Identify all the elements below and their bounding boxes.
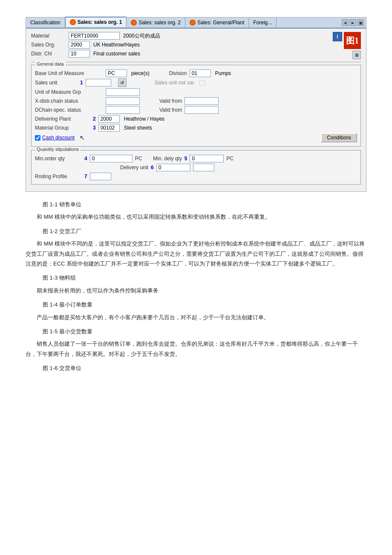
small-action-icon[interactable]: ⊞ xyxy=(352,51,361,59)
x-distr-label: X-distr.chain status xyxy=(35,98,103,104)
tab-sales-general-plant-label: Sales: General/Plant xyxy=(197,20,244,26)
quantity-stipulations-section: Quantity stipulations Min.order qty 4 0 … xyxy=(31,150,361,185)
material-label: Material xyxy=(31,33,65,39)
delivery-unit-unit-input[interactable] xyxy=(193,164,214,171)
min-dely-qty-input[interactable]: 0 xyxy=(190,155,224,162)
material-desc: 2000公司的成品 xyxy=(123,32,160,40)
material-group-input[interactable]: 00102 xyxy=(98,124,120,132)
delivering-plant-num: 2 xyxy=(93,116,96,122)
sales-unit-not-var-label: Sales unit not var. xyxy=(155,80,195,86)
figure-1-icon: 图1 xyxy=(344,32,361,49)
general-data-title: General data xyxy=(35,61,66,66)
division-input[interactable]: 01 xyxy=(190,69,211,77)
sales-org-desc: UK Heathrow/Hayes xyxy=(93,42,140,48)
sales-unit-input[interactable] xyxy=(86,79,111,87)
tab-foreign-label: Foreig... xyxy=(253,20,272,26)
delivering-plant-label: Delivering Plant xyxy=(35,116,90,122)
info-button[interactable]: i xyxy=(333,32,342,41)
base-unit-text: piece(s) xyxy=(131,70,150,76)
division-label: Division xyxy=(169,70,187,76)
valid-from-label1: Valid from xyxy=(159,98,182,104)
sales-org-input[interactable]: 2000 xyxy=(69,41,90,49)
rnding-profile-num: 7 xyxy=(84,173,87,179)
sales-org-2-icon xyxy=(131,20,137,26)
distr-chl-label: Distr. Chl xyxy=(31,51,65,57)
paragraph2: 和 MM 模块中不同的是，这里可以指定交货工厂。假如企业为了更好地分析控制成本在… xyxy=(26,239,366,269)
valid-from-input1[interactable] xyxy=(184,97,219,105)
tab-sales-org-2[interactable]: Sales: sales org. 2 xyxy=(127,17,185,28)
uom-grp-label: Unit of Measure Grp xyxy=(35,89,103,95)
base-unit-label: Base Unit of Measure xyxy=(35,70,103,76)
caption6: 图 1-6 交货单位 xyxy=(43,363,366,373)
nav-next-button[interactable]: ► xyxy=(349,19,356,26)
sales-unit-num: 1 xyxy=(80,80,83,86)
caption1: 图 1-1 销售单位 xyxy=(43,199,366,209)
paragraph4: 产品一般都是买给大客户的，有个小客户跑来要个几百台，对不起，少于一千台无法创建订… xyxy=(26,312,366,322)
min-dely-qty-label: Min. dely qty xyxy=(153,156,182,162)
x-distr-input[interactable] xyxy=(106,97,140,105)
paragraph1: 和 MM 模块中的采购单位功能类似，也可以采用固定转换系数和变动转换系数，在此不… xyxy=(26,212,366,222)
tab-sales-org-1-label: Sales: sales org. 1 xyxy=(78,19,122,25)
sales-unit-refresh-icon[interactable]: ↺ xyxy=(118,78,127,87)
paragraph3: 期末报表分析用的，也可以作为条件控制采购事务 xyxy=(26,286,366,295)
min-order-qty-num: 4 xyxy=(84,156,87,162)
rnding-profile-input[interactable] xyxy=(90,173,111,180)
sales-unit-not-var-checkbox[interactable] xyxy=(199,80,205,86)
nav-menu-button[interactable]: ▣ xyxy=(357,19,364,26)
delivering-plant-text: Heathrow / Hayes xyxy=(124,116,164,122)
cash-discount-label: Cash discount xyxy=(42,135,75,141)
sales-general-plant-icon xyxy=(190,20,196,26)
general-data-section: General data Base Unit of Measure PC pie… xyxy=(31,65,361,147)
min-order-qty-label: Min.order qty xyxy=(35,156,82,162)
rnding-profile-label: Rnding Profile xyxy=(35,173,82,179)
delivering-plant-input[interactable]: 2000 xyxy=(98,115,120,123)
min-dely-qty-num: 5 xyxy=(184,156,187,162)
material-group-num: 3 xyxy=(93,125,96,131)
valid-from-input2[interactable] xyxy=(184,106,219,114)
caption4: 图 1-4 最小订单数量 xyxy=(43,300,366,309)
delivery-unit-input[interactable]: 0 xyxy=(156,164,190,171)
sales-org-1-icon xyxy=(70,19,76,25)
material-input[interactable]: FERT10000 xyxy=(69,32,120,40)
tab-foreign[interactable]: Foreig... xyxy=(249,17,277,28)
cash-discount-checkbox[interactable] xyxy=(35,135,40,141)
dchain-input[interactable] xyxy=(106,106,140,114)
material-group-label: Material Group xyxy=(35,125,90,131)
quantity-stipulations-title: Quantity stipulations xyxy=(35,147,81,152)
dchain-label: DChain-spec. status xyxy=(35,107,103,113)
sap-content: Material FERT10000 2000公司的成品 Sales Org. … xyxy=(26,29,366,191)
tab-classification[interactable]: Classification xyxy=(26,17,65,28)
nav-prev-button[interactable]: ◄ xyxy=(342,19,349,26)
distr-chl-desc: Final customer sales xyxy=(93,51,140,57)
caption5: 图 1-5 最小交货数量 xyxy=(43,327,366,336)
tab-classification-label: Classification xyxy=(30,20,61,26)
sales-org-label: Sales Org. xyxy=(31,42,65,48)
paragraph5: 销售人员创建了一张一千台的销售订单，跑到仓库去提货。仓库的兄弟说：这仓库有好几千… xyxy=(26,339,366,359)
base-unit-input[interactable]: PC xyxy=(106,69,127,77)
text-body: 图 1-1 销售单位 和 MM 模块中的采购单位功能类似，也可以采用固定转换系数… xyxy=(26,199,366,373)
delivery-unit-label: Delivery unit xyxy=(120,165,148,171)
sales-unit-label: Sales unit xyxy=(35,80,78,86)
cursor-icon: ↖ xyxy=(80,134,85,141)
distr-chl-input[interactable]: 10 xyxy=(69,50,90,58)
valid-from-label2: Valid from xyxy=(159,107,182,113)
conditions-button[interactable]: Conditions xyxy=(321,133,357,142)
tab-sales-org-1[interactable]: Sales: sales org. 1 xyxy=(65,17,127,27)
caption2: 图 1-2 交货工厂 xyxy=(43,226,366,236)
uom-grp-input[interactable] xyxy=(106,88,140,96)
tab-bar: Classification Sales: sales org. 1 Sales… xyxy=(26,17,366,29)
delivery-unit-num: 6 xyxy=(151,165,154,171)
division-text: Pumps xyxy=(215,70,231,76)
caption3: 图 1-3 物料组 xyxy=(43,273,366,283)
tab-navigation: ◄ ► ▣ xyxy=(340,17,366,28)
material-group-text: Steel sheets xyxy=(124,125,152,131)
tab-sales-general-plant[interactable]: Sales: General/Plant xyxy=(185,17,249,28)
min-order-qty-input[interactable]: 0 xyxy=(90,155,133,162)
min-order-qty-unit: PC xyxy=(135,156,142,162)
min-dely-qty-unit: PC xyxy=(226,156,233,162)
tab-sales-org-2-label: Sales: sales org. 2 xyxy=(138,20,181,26)
